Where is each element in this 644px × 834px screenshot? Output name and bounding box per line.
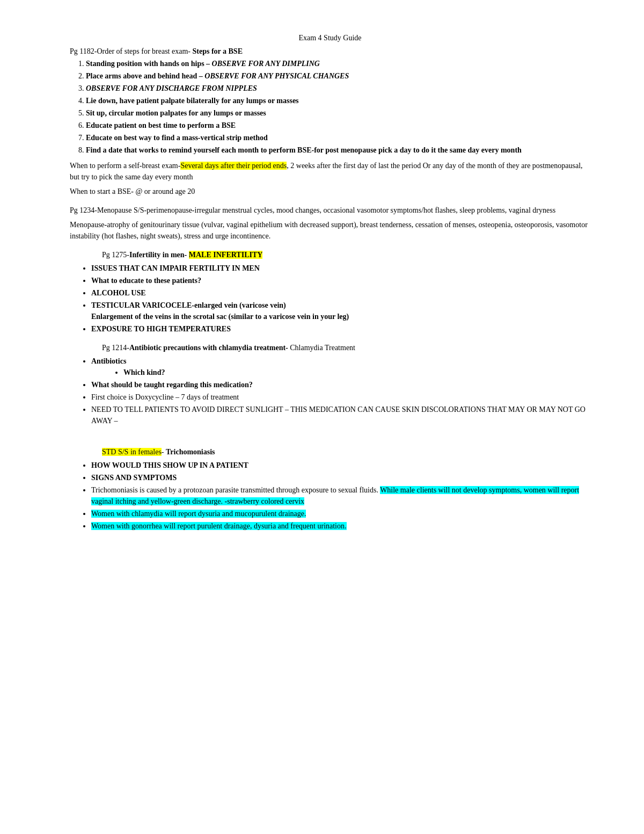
list-item: Educate on best way to find a mass-verti… [86,132,590,143]
list-item: What should be taught regarding this med… [91,379,590,390]
list-item: Sit up, circular motion palpates for any… [86,107,590,119]
chlamydia-list: Antibiotics Which kind? What should be t… [91,356,590,439]
bse-paragraph1: When to perform a self-breast exam-Sever… [70,160,590,183]
std-section: STD S/S in females- Trichomoniasis HOW W… [70,446,590,532]
menopause-header: Pg 1234-Menopause S/S-perimenopause-irre… [70,205,590,216]
list-item-chlamydia-women: Women with chlamydia will report dysuria… [91,508,590,519]
list-item: What to educate to these patients? [91,275,590,286]
highlight-period-ends: Several days after their period ends [180,162,287,170]
list-item: Educate patient on best time to perform … [86,120,590,131]
highlight-male-infertility: MALE INFERTILITY [189,251,263,259]
list-item: Find a date that works to remind yoursel… [86,144,590,156]
bse-list: Standing position with hands on hips – O… [86,58,590,156]
antibiotics-sub-list: Which kind? [123,367,590,378]
list-item: Place arms above and behind head – OBSER… [86,70,590,82]
chlamydia-header: Pg 1214-Antibiotic precautions with chla… [102,342,590,353]
list-item: Which kind? [123,367,590,378]
infertility-list: ISSUES THAT CAN IMPAIR FERTILITY IN MEN … [91,263,590,335]
bse-paragraph2: When to start a BSE- @ or around age 20 [70,186,590,197]
std-header: STD S/S in females- Trichomoniasis [102,446,590,458]
list-item-empty [91,427,590,439]
bse-header: Pg 1182-Order of steps for breast exam- … [70,46,590,57]
list-item-gonorrhea-women: Women with gonorrhea will report purulen… [91,520,590,532]
highlight-gonorrhea-women: Women with gonorrhea will report purulen… [91,522,347,530]
list-item: Antibiotics Which kind? [91,356,590,378]
highlight-std-females: STD S/S in females [102,448,162,456]
highlight-trichomoniasis-symptoms: While male clients will not develop symp… [91,486,579,505]
list-item: HOW WOULD THIS SHOW UP IN A PATIENT [91,460,590,471]
std-list: HOW WOULD THIS SHOW UP IN A PATIENT SIGN… [91,460,590,532]
list-item: SIGNS AND SYMPTOMS [91,472,590,483]
highlight-chlamydia-women: Women with chlamydia will report dysuria… [91,510,306,518]
bse-header-bold: Steps for a BSE [192,47,242,55]
chlamydia-section: Pg 1214-Antibiotic precautions with chla… [70,342,590,439]
list-item: ISSUES THAT CAN IMPAIR FERTILITY IN MEN [91,263,590,274]
bse-section: Pg 1182-Order of steps for breast exam- … [70,46,590,197]
list-item: TESTICULAR VARICOCELE-enlarged vein (var… [91,300,590,322]
list-item: OBSERVE FOR ANY DISCHARGE FROM NIPPLES [86,83,590,94]
list-item: First choice is Doxycycline – 7 days of … [91,391,590,403]
list-item: ALCOHOL USE [91,287,590,299]
menopause-paragraph: Menopause-atrophy of genitourinary tissu… [70,219,590,242]
page-title: Exam 4 Study Guide [70,32,590,43]
list-item-trichomoniasis: Trichomoniasis is caused by a protozoan … [91,484,590,507]
list-item: EXPOSURE TO HIGH TEMPERATURES [91,323,590,335]
list-item: Standing position with hands on hips – O… [86,58,590,69]
infertility-header: Pg 1275-Infertility in men- MALE INFERTI… [102,249,590,260]
menopause-section: Pg 1234-Menopause S/S-perimenopause-irre… [70,205,590,242]
infertility-section: Pg 1275-Infertility in men- MALE INFERTI… [70,249,590,335]
list-item: NEED TO TELL PATIENTS TO AVOID DIRECT SU… [91,404,590,426]
list-item: Lie down, have patient palpate bilateral… [86,95,590,106]
